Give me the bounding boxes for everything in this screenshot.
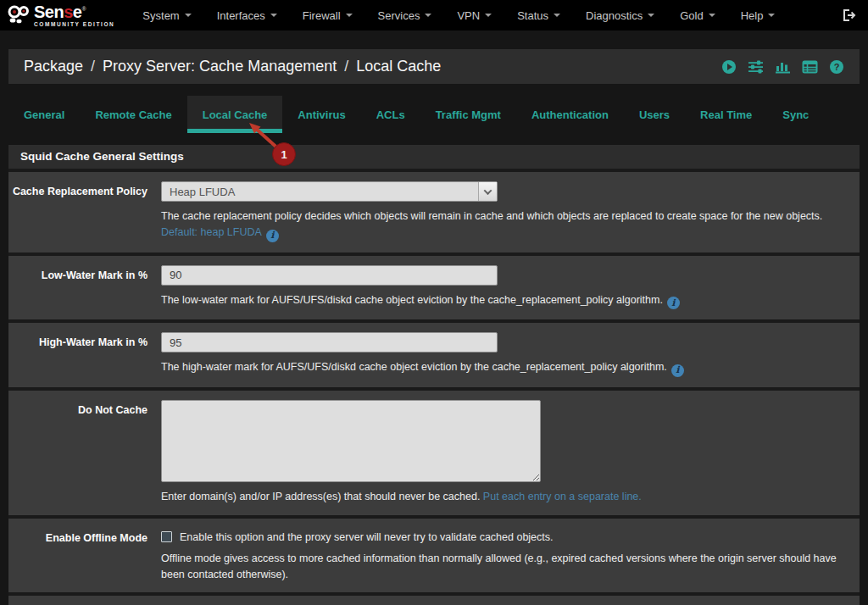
field-description: Enter domain(s) and/or IP address(es) th… — [161, 489, 848, 505]
info-icon[interactable]: i — [667, 297, 680, 309]
tab-general[interactable]: General — [8, 96, 80, 133]
tab-users[interactable]: Users — [624, 96, 685, 133]
cache-replacement-policy-select[interactable]: Heap LFUDA — [161, 181, 498, 202]
pfsense-logo[interactable]: Sense® COMMUNITY EDITION — [7, 3, 114, 28]
field-description: The low-water mark for AUFS/UFS/diskd ca… — [161, 292, 848, 310]
breadcrumb-proxy-server[interactable]: Proxy Server: Cache Management — [103, 58, 337, 75]
field-label: Cache Replacement Policy — [8, 172, 161, 253]
chevron-down-icon — [484, 186, 492, 195]
enable-offline-mode-checkbox[interactable] — [161, 531, 172, 542]
field-label: High-Water Mark in % — [8, 323, 161, 387]
caret-down-icon — [554, 14, 560, 17]
breadcrumb: Package / Proxy Server: Cache Management… — [24, 58, 441, 75]
breadcrumb-package[interactable]: Package — [24, 58, 83, 75]
sign-out-icon[interactable] — [842, 8, 856, 22]
tab-bar: General Remote Cache Local Cache Antivir… — [8, 96, 860, 133]
high-water-mark-input[interactable] — [161, 332, 498, 352]
tab-authentication[interactable]: Authentication — [516, 96, 624, 133]
nav-services[interactable]: Services — [365, 9, 445, 22]
do-not-cache-textarea[interactable] — [161, 400, 541, 482]
brand-wordmark: Sense® — [34, 3, 114, 20]
logo-text: Sense® COMMUNITY EDITION — [34, 3, 114, 28]
brand-edition: COMMUNITY EDITION — [34, 22, 114, 28]
caret-down-icon — [425, 14, 431, 17]
tab-sync[interactable]: Sync — [767, 96, 824, 133]
caret-down-icon — [270, 14, 277, 17]
field-label: Low-Water Mark in % — [8, 256, 161, 320]
default-policy-link[interactable]: Default: heap LFUDA — [161, 226, 262, 238]
select-dropdown-button[interactable] — [478, 182, 497, 201]
tab-remote-cache[interactable]: Remote Cache — [80, 96, 186, 133]
table-icon[interactable] — [802, 59, 818, 75]
nav-diagnostics[interactable]: Diagnostics — [573, 9, 667, 22]
caret-down-icon — [485, 14, 492, 17]
tab-acls[interactable]: ACLs — [361, 96, 420, 133]
svg-text:?: ? — [834, 62, 840, 72]
select-value: Heap LFUDA — [162, 186, 478, 198]
nav-vpn[interactable]: VPN — [444, 9, 504, 22]
play-circle-icon[interactable] — [721, 59, 737, 75]
nav-gold[interactable]: Gold — [667, 9, 727, 22]
row-high-water-mark: High-Water Mark in % The high-water mark… — [8, 319, 860, 387]
row-do-not-cache: Do Not Cache Enter domain(s) and/or IP a… — [8, 387, 860, 515]
help-circle-icon[interactable]: ? — [829, 59, 844, 75]
field-label: Do Not Cache — [8, 391, 161, 515]
panel-title: Squid Cache General Settings — [8, 145, 860, 169]
caret-down-icon — [648, 14, 654, 17]
bar-chart-icon[interactable] — [775, 59, 791, 75]
caret-down-icon — [346, 14, 353, 17]
pfsense-logo-icon — [7, 4, 31, 26]
nav-firewall[interactable]: Firewall — [290, 9, 365, 22]
tab-traffic-mgmt[interactable]: Traffic Mgmt — [420, 96, 516, 133]
caret-down-icon — [768, 14, 775, 17]
caret-down-icon — [185, 14, 192, 17]
breadcrumb-actions: ? — [721, 59, 844, 75]
row-cache-replacement-policy: Cache Replacement Policy Heap LFUDA The … — [8, 169, 860, 253]
tab-antivirus[interactable]: Antivirus — [282, 96, 360, 133]
sliders-icon[interactable] — [748, 59, 764, 75]
low-water-mark-input[interactable] — [161, 265, 498, 286]
top-navbar: Sense® COMMUNITY EDITION System Interfac… — [0, 0, 868, 31]
caret-down-icon — [709, 14, 715, 17]
nav-status[interactable]: Status — [504, 9, 573, 22]
row-low-water-mark: Low-Water Mark in % The low-water mark f… — [8, 253, 860, 320]
row-external-cache-managers: External Cache Managers Enter the IPs fo… — [8, 592, 860, 605]
tab-real-time[interactable]: Real Time — [685, 96, 767, 133]
separate-line-hint: Put each entry on a separate line. — [483, 491, 642, 502]
field-label: External Cache Managers — [8, 596, 161, 605]
nav-interfaces[interactable]: Interfaces — [204, 9, 290, 22]
row-enable-offline-mode: Enable Offline Mode Enable this option a… — [8, 515, 860, 593]
field-label: Enable Offline Mode — [8, 519, 161, 593]
checkbox-label: Enable this option and the proxy server … — [180, 531, 554, 543]
settings-panel: Squid Cache General Settings Cache Repla… — [8, 145, 860, 605]
breadcrumb-local-cache: Local Cache — [356, 58, 441, 75]
nav-system[interactable]: System — [130, 9, 203, 22]
info-icon[interactable]: i — [266, 230, 279, 242]
field-description: The high-water mark for AUFS/UFS/diskd c… — [161, 359, 848, 377]
tab-local-cache[interactable]: Local Cache — [187, 96, 283, 133]
field-description: The cache replacement policy decides whi… — [161, 208, 848, 242]
field-description: Offline mode gives access to more cached… — [161, 551, 848, 583]
breadcrumb-bar: Package / Proxy Server: Cache Management… — [8, 49, 860, 84]
info-icon[interactable]: i — [671, 364, 684, 377]
nav-help[interactable]: Help — [728, 9, 788, 22]
main-menu: System Interfaces Firewall Services VPN … — [130, 9, 787, 22]
